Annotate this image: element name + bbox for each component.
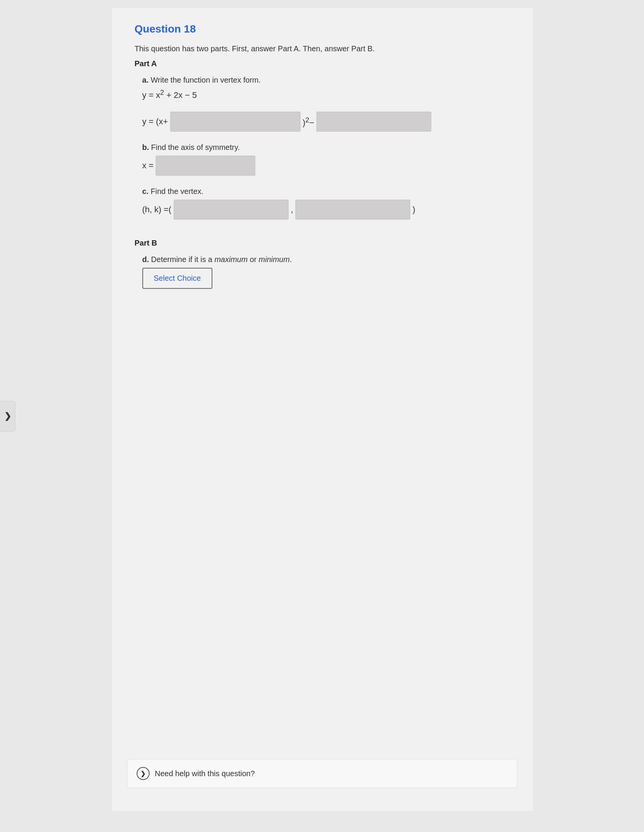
sub-d-heading: d. Determine if it is a maximum or minim… (135, 255, 510, 264)
sub-d-text-end: . (290, 255, 292, 264)
sub-b-label: b. (142, 143, 149, 151)
axis-row: x = (135, 156, 510, 176)
axis-prefix: x = (142, 161, 154, 171)
sidebar-chevron-icon: ❯ (4, 411, 11, 421)
vertex-form-input2[interactable] (316, 112, 431, 132)
sidebar-arrow[interactable]: ❯ (0, 401, 15, 431)
sub-d-italic1: maximum (214, 255, 248, 264)
vertex-form-input1[interactable] (170, 112, 300, 132)
sub-a-heading: a. Write the function in vertex form. (135, 76, 510, 85)
help-text: Need help with this question? (155, 769, 255, 778)
question-title: Question 18 (135, 23, 510, 35)
vertex-h-input[interactable] (174, 200, 289, 220)
sub-c-label: c. (142, 187, 149, 195)
part-a-label: Part A (135, 59, 510, 68)
vertex-prefix: (h, k) =( (142, 205, 171, 215)
page-container: Question 18 This question has two parts.… (112, 8, 533, 811)
help-chevron-icon: ❯ (140, 770, 145, 777)
sub-d-label: d. (142, 255, 149, 264)
sub-b-text: Find the axis of symmetry. (151, 143, 240, 151)
vertex-form-row: y = (x+ )2− (135, 112, 510, 132)
part-b-section: Part B d. Determine if it is a maximum o… (135, 239, 510, 312)
axis-input[interactable] (156, 156, 255, 176)
sub-b-heading: b. Find the axis of symmetry. (135, 143, 510, 152)
sub-d-italic2: minimum (259, 255, 290, 264)
vertex-comma: , (291, 205, 293, 215)
help-expand-button[interactable]: ❯ (137, 767, 150, 780)
sub-a-label: a. (142, 76, 149, 84)
sub-c-text: Find the vertex. (151, 187, 204, 195)
help-section: ❯ Need help with this question? (127, 759, 517, 788)
sub-a-text: Write the function in vertex form. (151, 76, 261, 84)
part-b-label: Part B (135, 239, 510, 247)
sub-d-text-mid: or (248, 255, 259, 264)
sub-d-text-pre: Determine if it is a (151, 255, 215, 264)
select-choice-button[interactable]: Select Choice (142, 268, 212, 289)
sub-c-heading: c. Find the vertex. (135, 187, 510, 196)
vertex-form-superscript: )2− (303, 116, 314, 128)
vertex-row: (h, k) =( , ) (135, 200, 510, 220)
equation-given: y = x2 + 2x − 5 (135, 88, 510, 100)
vertex-form-prefix: y = (x+ (142, 117, 168, 127)
vertex-k-input[interactable] (295, 200, 410, 220)
question-intro: This question has two parts. First, answ… (135, 44, 510, 53)
vertex-suffix: ) (412, 205, 415, 215)
